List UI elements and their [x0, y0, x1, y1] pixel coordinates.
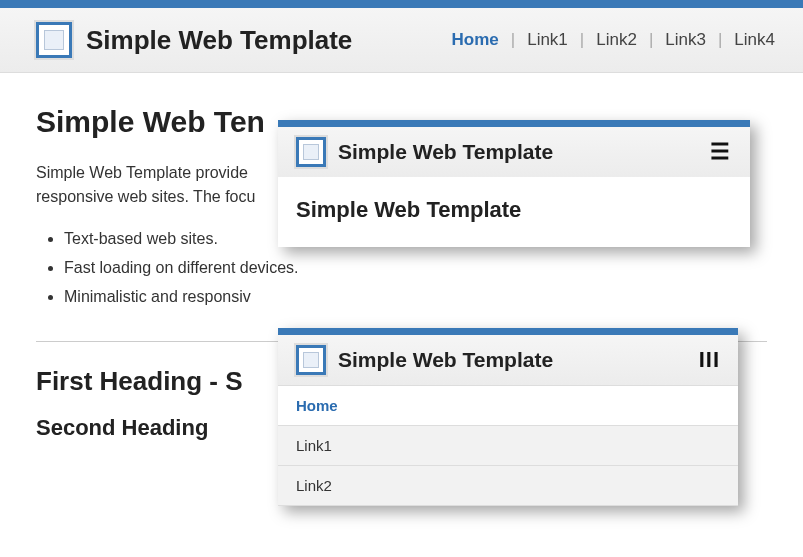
list-item: Minimalistic and responsiv	[64, 283, 767, 312]
hamburger-icon[interactable]: ☰	[710, 139, 732, 165]
menu-open-icon[interactable]: III	[699, 347, 720, 373]
nav-link4[interactable]: Link4	[730, 30, 779, 50]
logo-icon	[296, 137, 326, 167]
site-title: Simple Web Template	[86, 25, 352, 56]
nav-separator: |	[641, 30, 661, 50]
card-accent-bar	[278, 328, 738, 335]
logo-icon	[36, 22, 72, 58]
menu-item-link2[interactable]: Link2	[278, 466, 738, 506]
nav-separator: |	[503, 30, 523, 50]
nav-link1[interactable]: Link1	[523, 30, 572, 50]
menu-item-link1[interactable]: Link1	[278, 426, 738, 466]
card-title: Simple Web Template	[338, 348, 553, 372]
card-body: Simple Web Template	[278, 177, 750, 247]
nav-link3[interactable]: Link3	[661, 30, 710, 50]
nav-separator: |	[572, 30, 592, 50]
nav-link2[interactable]: Link2	[592, 30, 641, 50]
site-header: Simple Web Template Home | Link1 | Link2…	[0, 8, 803, 73]
card-header: Simple Web Template ☰	[278, 127, 750, 177]
card-title: Simple Web Template	[338, 140, 553, 164]
list-item: Fast loading on different devices.	[64, 254, 767, 283]
responsive-preview-expanded: Simple Web Template III Home Link1 Link2	[278, 328, 738, 506]
expanded-menu: Home Link1 Link2	[278, 385, 738, 506]
responsive-preview-collapsed: Simple Web Template ☰ Simple Web Templat…	[278, 120, 750, 247]
card-accent-bar	[278, 120, 750, 127]
top-accent-bar	[0, 0, 803, 8]
nav-separator: |	[710, 30, 730, 50]
nav-home[interactable]: Home	[448, 30, 503, 50]
logo-icon	[296, 345, 326, 375]
card-header: Simple Web Template III	[278, 335, 738, 385]
card-heading: Simple Web Template	[296, 197, 732, 223]
main-nav: Home | Link1 | Link2 | Link3 | Link4	[448, 30, 779, 50]
menu-item-home[interactable]: Home	[278, 386, 738, 426]
